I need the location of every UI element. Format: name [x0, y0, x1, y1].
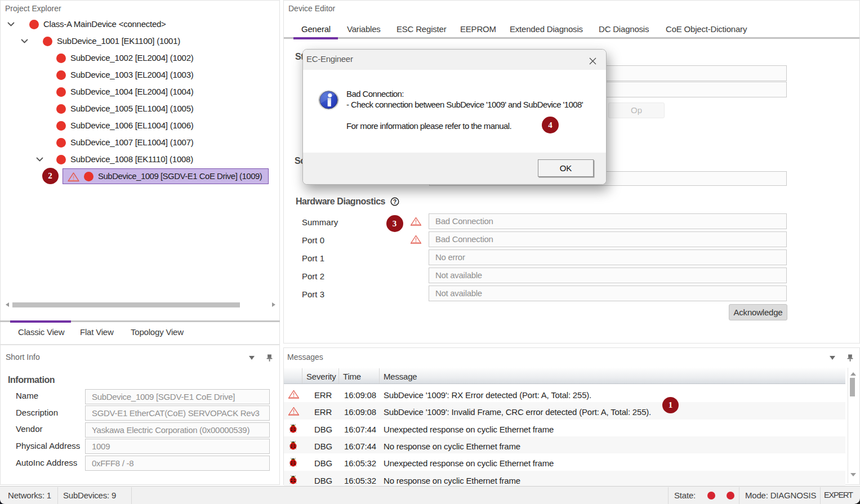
svg-text:?: ?: [393, 199, 396, 205]
